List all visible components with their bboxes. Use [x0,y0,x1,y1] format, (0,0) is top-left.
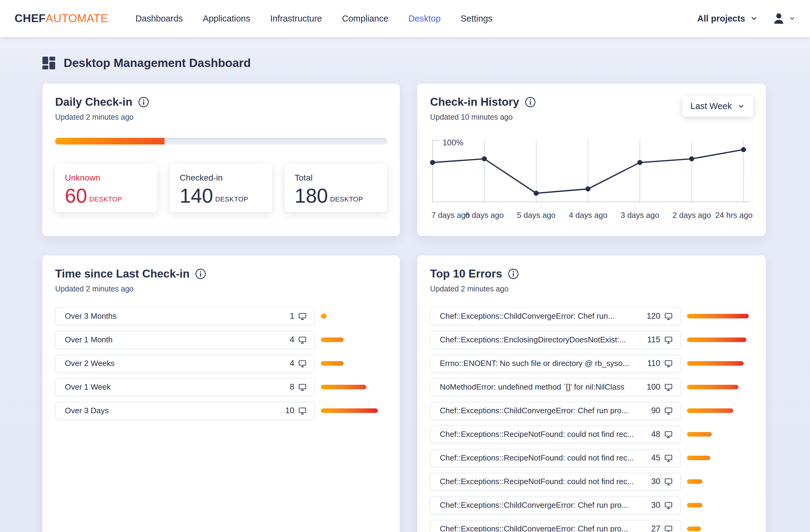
checkin-progress-track [55,138,387,145]
axis-lines [433,140,750,202]
row-count: 48 [651,430,673,439]
nav-item-settings[interactable]: Settings [460,14,492,23]
info-icon[interactable] [524,96,536,108]
bar-zone [687,503,753,508]
info-icon[interactable] [507,268,519,280]
data-point [741,147,746,152]
daily-checkin-title: Daily Check-in [55,96,132,109]
list-row: Chef::Exceptions::RecipeNotFound: could … [430,472,753,491]
user-menu[interactable] [772,12,795,26]
checkin-history-card: Check-in History Updated 10 minutes ago … [417,84,766,236]
row-label: Chef::Exceptions::EnclosingDirectoryDoes… [440,335,631,345]
row-count: 30 [651,477,673,486]
value-bar [687,361,744,366]
value-bar [687,479,702,484]
data-point [690,156,695,162]
row-count: 45 [651,453,673,463]
row-label: Over 3 Months [65,312,122,321]
row-count-value: 27 [651,524,660,532]
cards-row-top: Daily Check-in Updated 2 minutes ago Unk… [43,84,766,236]
row-item[interactable]: Chef::Exceptions::RecipeNotFound: could … [430,472,681,491]
bar-zone [687,456,753,460]
row-label: Chef::Exceptions::ChildConvergeError: Ch… [440,406,633,415]
row-item[interactable]: Over 1 Week8 [55,378,315,396]
main-content: Desktop Management Dashboard Daily Check… [0,37,810,532]
value-bar [321,337,344,342]
row-item[interactable]: Over 1 Month4 [55,331,315,349]
row-label: Chef::Exceptions::RecipeNotFound: could … [440,430,639,439]
stat-label: Unknown [65,173,148,183]
nav-item-applications[interactable]: Applications [203,14,250,23]
row-label: Errno::ENOENT: No such file or directory… [440,359,634,368]
daily-checkin-head: Daily Check-in Updated 2 minutes ago [55,96,387,121]
time-since-rows: Over 3 Months1Over 1 Month4Over 2 Weeks4… [55,307,387,420]
row-label: Chef::Exceptions::RecipeNotFound: could … [440,477,639,486]
chart-x-axis-labels: 7 days ago6 days ago5 days ago4 days ago… [430,211,753,223]
row-label: Over 2 Weeks [65,359,120,368]
nav-item-compliance[interactable]: Compliance [342,14,388,23]
checkin-history-updated: Updated 10 minutes ago [430,113,536,121]
row-count-value: 110 [647,359,660,368]
value-bar [687,337,746,342]
app-logo[interactable]: CHEFAUTOMATE [15,12,108,25]
value-bar [321,385,366,389]
nav-item-desktop[interactable]: Desktop [408,14,441,23]
stat-value: 60 [65,186,87,205]
daily-checkin-updated: Updated 2 minutes ago [55,113,149,121]
row-count-value: 30 [651,500,660,510]
time-since-title: Time since Last Check-in [55,267,189,280]
row-count: 110 [647,359,673,368]
data-point [585,186,590,192]
row-item[interactable]: NoMethodError: undefined method `[]' for… [430,378,681,396]
checkin-history-chart-wrap: 100% 7 days ago6 days ago5 days ago4 day… [430,137,753,223]
list-row: Chef::Exceptions::ChildConvergeError: Ch… [430,520,753,532]
row-item[interactable]: Over 3 Days10 [55,402,315,420]
row-count-value: 90 [651,406,660,415]
value-bar [687,385,739,389]
top-errors-title: Top 10 Errors [430,267,502,280]
row-label: Over 1 Week [65,382,116,392]
desktop-icon [664,430,673,439]
row-label: Chef::Exceptions::RecipeNotFound: could … [440,453,639,463]
list-row: Over 1 Month4 [55,331,387,349]
checkin-history-title: Check-in History [430,96,519,109]
row-item[interactable]: Chef::Exceptions::ChildConvergeError: Ch… [430,307,681,326]
row-label: Chef::Exceptions::ChildConvergeError: Ch… [440,500,633,510]
info-icon[interactable] [138,96,149,108]
history-range-select[interactable]: Last Week [682,96,753,117]
row-item[interactable]: Chef::Exceptions::ChildConvergeError: Ch… [430,496,681,514]
x-axis-label: 4 days ago [569,211,607,220]
info-icon[interactable] [195,268,206,280]
x-axis-label: 3 days ago [621,211,659,220]
row-item[interactable]: Chef::Exceptions::ChildConvergeError: Ch… [430,520,681,532]
projects-filter-button[interactable]: All projects [697,14,758,23]
list-row: Over 3 Days10 [55,402,387,420]
stat-tile-checked-in: Checked-in140DESKTOP [170,164,272,212]
row-item[interactable]: Over 2 Weeks4 [55,354,315,373]
history-range-value: Last Week [691,101,732,111]
stat-label: Checked-in [180,173,262,183]
page-title-row: Desktop Management Dashboard [43,56,766,70]
stat-unit: DESKTOP [330,195,363,203]
row-item[interactable]: Errno::ENOENT: No such file or directory… [430,354,681,373]
bar-zone [687,314,753,318]
value-bar [687,527,701,531]
row-item[interactable]: Chef::Exceptions::RecipeNotFound: could … [430,449,681,467]
row-count: 4 [290,335,307,345]
stat-unit: DESKTOP [89,195,122,203]
row-item[interactable]: Chef::Exceptions::EnclosingDirectoryDoes… [430,331,681,349]
value-bar [687,456,710,460]
desktop-icon [298,335,307,345]
row-item[interactable]: Over 3 Months1 [55,307,315,326]
row-item[interactable]: Chef::Exceptions::RecipeNotFound: could … [430,425,681,444]
bar-zone [321,314,387,318]
top-errors-rows: Chef::Exceptions::ChildConvergeError: Ch… [430,307,753,532]
desktop-icon [298,406,307,415]
row-item[interactable]: Chef::Exceptions::ChildConvergeError: Ch… [430,402,681,420]
row-count: 8 [290,382,307,392]
row-count: 1 [290,312,307,321]
nav-item-dashboards[interactable]: Dashboards [135,14,183,23]
nav-item-infrastructure[interactable]: Infrastructure [270,14,322,23]
daily-checkin-card: Daily Check-in Updated 2 minutes ago Unk… [43,84,400,236]
bar-zone [687,361,753,366]
